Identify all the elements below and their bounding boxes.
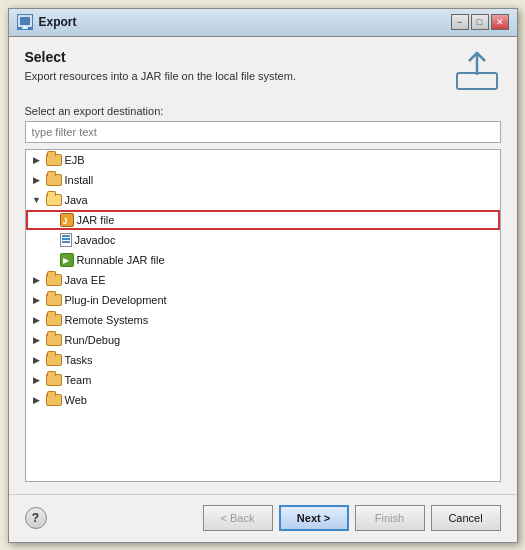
toggle-javaee[interactable]: ▶: [30, 273, 44, 287]
back-button[interactable]: < Back: [203, 505, 273, 531]
label-runnablejar: Runnable JAR file: [77, 254, 165, 266]
toggle-remotesys[interactable]: ▶: [30, 313, 44, 327]
toggle-ejb[interactable]: ▶: [30, 153, 44, 167]
finish-button[interactable]: Finish: [355, 505, 425, 531]
export-icon: [453, 49, 501, 93]
folder-icon-tasks: [46, 354, 62, 366]
tree-item-java[interactable]: ▼ Java: [26, 190, 500, 210]
folder-icon-install: [46, 174, 62, 186]
jar-icon: [60, 213, 74, 227]
restore-button[interactable]: □: [471, 14, 489, 30]
section-description: Export resources into a JAR file on the …: [25, 69, 443, 84]
cancel-button[interactable]: Cancel: [431, 505, 501, 531]
folder-icon-remotesys: [46, 314, 62, 326]
label-tasks: Tasks: [65, 354, 93, 366]
next-button[interactable]: Next >: [279, 505, 349, 531]
filter-input[interactable]: [25, 121, 501, 143]
label-jarfile: JAR file: [77, 214, 115, 226]
tree-item-remotesys[interactable]: ▶ Remote Systems: [26, 310, 500, 330]
title-buttons: − □ ✕: [451, 14, 509, 30]
header-text: Select Export resources into a JAR file …: [25, 49, 443, 92]
label-install: Install: [65, 174, 94, 186]
footer-right: < Back Next > Finish Cancel: [203, 505, 501, 531]
svg-rect-3: [457, 73, 497, 89]
filter-label: Select an export destination:: [25, 105, 501, 117]
tree-item-runnablejar[interactable]: Runnable JAR file: [26, 250, 500, 270]
dialog-icon: [17, 14, 33, 30]
toggle-team[interactable]: ▶: [30, 373, 44, 387]
title-bar-left: Export: [17, 14, 77, 30]
tree-item-web[interactable]: ▶ Web: [26, 390, 500, 410]
dialog-title: Export: [39, 15, 77, 29]
folder-icon-ejb: [46, 154, 62, 166]
tree-item-rundebug[interactable]: ▶ Run/Debug: [26, 330, 500, 350]
tree-item-team[interactable]: ▶ Team: [26, 370, 500, 390]
folder-icon-web: [46, 394, 62, 406]
tree-item-jarfile[interactable]: JAR file: [26, 210, 500, 230]
toggle-install[interactable]: ▶: [30, 173, 44, 187]
section-title: Select: [25, 49, 443, 65]
tree-item-javaee[interactable]: ▶ Java EE: [26, 270, 500, 290]
folder-icon-team: [46, 374, 62, 386]
label-remotesys: Remote Systems: [65, 314, 149, 326]
tree-item-javadoc[interactable]: Javadoc: [26, 230, 500, 250]
tree-item-ejb[interactable]: ▶ EJB: [26, 150, 500, 170]
dialog-body: Select Export resources into a JAR file …: [9, 37, 517, 494]
minimize-button[interactable]: −: [451, 14, 469, 30]
label-plugindev: Plug-in Development: [65, 294, 167, 306]
doc-icon: [60, 233, 72, 247]
footer-left: ?: [25, 507, 47, 529]
label-java: Java: [65, 194, 88, 206]
toggle-web[interactable]: ▶: [30, 393, 44, 407]
title-bar: Export − □ ✕: [9, 9, 517, 37]
toggle-rundebug[interactable]: ▶: [30, 333, 44, 347]
close-button[interactable]: ✕: [491, 14, 509, 30]
help-button[interactable]: ?: [25, 507, 47, 529]
label-ejb: EJB: [65, 154, 85, 166]
folder-icon-plugindev: [46, 294, 62, 306]
run-icon: [60, 253, 74, 267]
label-javaee: Java EE: [65, 274, 106, 286]
label-team: Team: [65, 374, 92, 386]
header-area: Select Export resources into a JAR file …: [25, 49, 501, 93]
export-dialog: Export − □ ✕ Select Export resources int…: [8, 8, 518, 543]
label-web: Web: [65, 394, 87, 406]
toggle-java[interactable]: ▼: [30, 193, 44, 207]
folder-open-icon-java: [46, 194, 62, 206]
tree-item-install[interactable]: ▶ Install: [26, 170, 500, 190]
dialog-footer: ? < Back Next > Finish Cancel: [9, 494, 517, 542]
tree-item-tasks[interactable]: ▶ Tasks: [26, 350, 500, 370]
label-rundebug: Run/Debug: [65, 334, 121, 346]
toggle-tasks[interactable]: ▶: [30, 353, 44, 367]
toggle-plugindev[interactable]: ▶: [30, 293, 44, 307]
label-javadoc: Javadoc: [75, 234, 116, 246]
tree-container[interactable]: ▶ EJB ▶ Install ▼ Java JAR file: [25, 149, 501, 482]
folder-icon-rundebug: [46, 334, 62, 346]
folder-icon-javaee: [46, 274, 62, 286]
svg-rect-0: [19, 16, 31, 26]
tree-item-plugindev[interactable]: ▶ Plug-in Development: [26, 290, 500, 310]
